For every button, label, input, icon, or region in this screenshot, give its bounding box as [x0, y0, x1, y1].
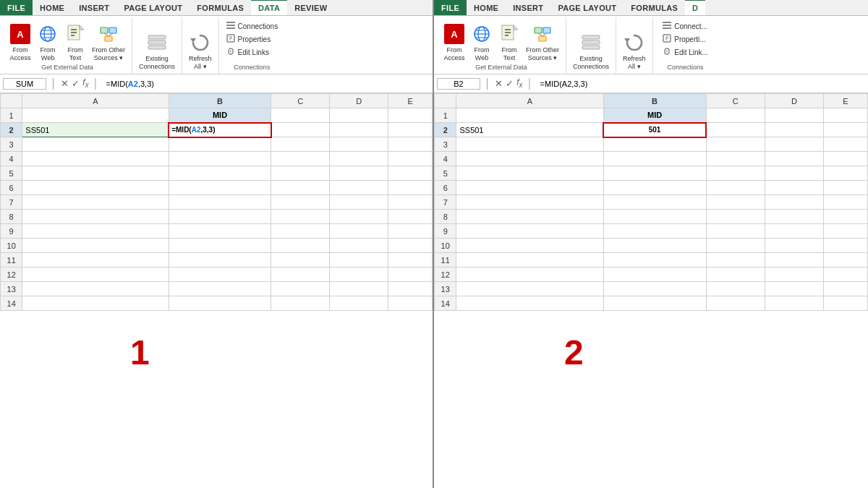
- col-a-header-left[interactable]: A: [22, 94, 169, 108]
- tab-home-right[interactable]: HOME: [467, 0, 506, 15]
- cell-e1-left[interactable]: [388, 108, 433, 123]
- refresh-all-btn-right[interactable]: Refresh All ▾: [621, 30, 648, 72]
- from-other-sources-btn-left[interactable]: From Other Sources ▾: [90, 22, 127, 64]
- tab-formulas-left[interactable]: FORMULAS: [190, 0, 251, 15]
- refresh-all-btn-left[interactable]: Refresh All ▾: [187, 30, 214, 72]
- row-1-left: 1 MID: [1, 108, 433, 123]
- row-10-left: 10: [1, 239, 433, 253]
- tab-data-left[interactable]: DATA: [251, 0, 287, 15]
- cell-c2-left[interactable]: [271, 123, 330, 137]
- col-b-header-left[interactable]: B: [169, 94, 271, 108]
- col-c-header-left[interactable]: C: [271, 94, 330, 108]
- from-text-btn-right[interactable]: From Text: [496, 22, 522, 64]
- ribbon-group-connections-right: Connect... Properti... Edit Link...: [653, 17, 718, 74]
- cell-d1-right[interactable]: [765, 108, 823, 123]
- cell-e2-left[interactable]: [388, 123, 433, 137]
- cell-d2-right[interactable]: [765, 123, 823, 137]
- cell-c2-right[interactable]: [706, 123, 765, 137]
- step-number-left: 1: [130, 333, 150, 372]
- cancel-icon-right[interactable]: ✕: [495, 78, 503, 89]
- fx-icon-left[interactable]: fx: [82, 77, 88, 89]
- ribbon-group-existing-left: Existing Connections: [132, 17, 182, 74]
- col-e-header-left[interactable]: E: [388, 94, 433, 108]
- ribbon-group-refresh-right: Refresh All ▾: [616, 17, 653, 74]
- svg-rect-47: [663, 25, 671, 26]
- cell-a2-right[interactable]: SS501: [456, 123, 603, 137]
- row-14-right: 14: [435, 296, 868, 311]
- from-web-btn-right[interactable]: From Web: [469, 22, 495, 64]
- properties-side-btn-left[interactable]: Properties: [224, 33, 281, 46]
- tab-formulas-right[interactable]: FORMULAS: [624, 0, 685, 15]
- cell-a2-left[interactable]: SS501: [22, 123, 169, 137]
- existing-connections-btn-right[interactable]: Existing Connections: [571, 30, 611, 72]
- col-d-header-left[interactable]: D: [330, 94, 388, 108]
- edit-links-side-btn-right[interactable]: Edit Link...: [660, 46, 711, 59]
- cell-e2-right[interactable]: [824, 123, 868, 137]
- svg-marker-36: [514, 25, 518, 30]
- formula-icons-right: ✕ ✓ fx: [495, 77, 522, 89]
- from-other-sources-btn-right[interactable]: From Other Sources ▾: [524, 22, 561, 64]
- cell-b2-left[interactable]: =MID(A2,3,3): [169, 123, 271, 137]
- cell-c1-left[interactable]: [271, 108, 330, 123]
- row-12-right: 12: [435, 267, 868, 282]
- name-box-right[interactable]: [437, 78, 480, 90]
- cell-e1-right[interactable]: [824, 108, 868, 123]
- tab-review-left[interactable]: REVIEW: [287, 0, 334, 15]
- connections-side-label-left: Connections: [238, 22, 278, 30]
- row-12-left: 12: [1, 267, 433, 282]
- confirm-icon-right[interactable]: ✓: [506, 78, 514, 89]
- row-13-right: 13: [435, 282, 868, 296]
- tab-file-right[interactable]: FILE: [434, 0, 467, 15]
- properties-side-btn-right[interactable]: Properti...: [660, 33, 711, 46]
- cell-b1-left[interactable]: MID: [169, 108, 271, 123]
- svg-marker-18: [190, 38, 196, 43]
- from-access-btn-left[interactable]: A From Access: [7, 22, 33, 64]
- col-e-header-right[interactable]: E: [824, 94, 868, 108]
- ribbon-buttons-row-existing: Existing Connections: [137, 19, 177, 72]
- tab-insert-right[interactable]: INSERT: [506, 0, 550, 15]
- svg-rect-12: [105, 36, 112, 41]
- properties-side-icon-right: [663, 34, 671, 45]
- from-access-btn-right[interactable]: A From Access: [441, 22, 467, 64]
- col-b-header-right[interactable]: B: [603, 94, 706, 108]
- cell-a1-right[interactable]: [456, 108, 603, 123]
- connections-side-btn-right[interactable]: Connect...: [660, 20, 711, 33]
- connections-side-icon-left: [226, 21, 235, 32]
- formula-display-right: =MID(A2,3,3): [540, 80, 588, 88]
- row-2-right: 2 SS501 501: [435, 123, 868, 137]
- edit-links-side-btn-left[interactable]: Edit Links: [224, 46, 281, 59]
- cell-a1-left[interactable]: [22, 108, 169, 123]
- cell-b1-right[interactable]: MID: [603, 108, 706, 123]
- tab-insert-left[interactable]: INSERT: [72, 0, 116, 15]
- row-10-right: 10: [435, 239, 868, 253]
- ribbon-group-get-external-left: A From Access From Web: [3, 17, 132, 74]
- tab-pagelayout-right[interactable]: PAGE LAYOUT: [550, 0, 624, 15]
- cell-c1-right[interactable]: [706, 108, 765, 123]
- row-6-right: 6: [435, 181, 868, 195]
- formula-sep2-left: │: [91, 78, 100, 89]
- connections-side-btn-left[interactable]: Connections: [224, 20, 281, 33]
- name-box-left[interactable]: [3, 78, 46, 90]
- row-9-left: 9: [1, 224, 433, 239]
- from-text-btn-left[interactable]: From Text: [62, 22, 88, 64]
- cell-d1-left[interactable]: [330, 108, 388, 123]
- tab-pagelayout-left[interactable]: PAGE LAYOUT: [116, 0, 190, 15]
- ribbon-body-right: A From Access From Web: [434, 16, 868, 74]
- ribbon-tabs-right: FILE HOME INSERT PAGE LAYOUT FORMULAS D: [434, 0, 868, 16]
- cell-d2-left[interactable]: [330, 123, 388, 137]
- from-other-sources-label-right: From Other Sources ▾: [526, 46, 559, 62]
- tab-data-right[interactable]: D: [685, 0, 705, 15]
- col-a-header-right[interactable]: A: [456, 94, 603, 108]
- tab-home-left[interactable]: HOME: [33, 0, 72, 15]
- cell-b2-right[interactable]: 501: [603, 123, 706, 137]
- confirm-icon-left[interactable]: ✓: [72, 78, 80, 89]
- col-d-header-right[interactable]: D: [765, 94, 823, 108]
- from-web-btn-left[interactable]: From Web: [35, 22, 61, 64]
- tab-file-left[interactable]: FILE: [0, 0, 33, 15]
- col-headers-right: A B C D E: [435, 94, 868, 108]
- cancel-icon-left[interactable]: ✕: [61, 78, 69, 89]
- existing-connections-btn-left[interactable]: Existing Connections: [137, 30, 177, 72]
- col-c-header-right[interactable]: C: [706, 94, 765, 108]
- svg-rect-11: [109, 27, 116, 33]
- fx-icon-right[interactable]: fx: [516, 77, 522, 89]
